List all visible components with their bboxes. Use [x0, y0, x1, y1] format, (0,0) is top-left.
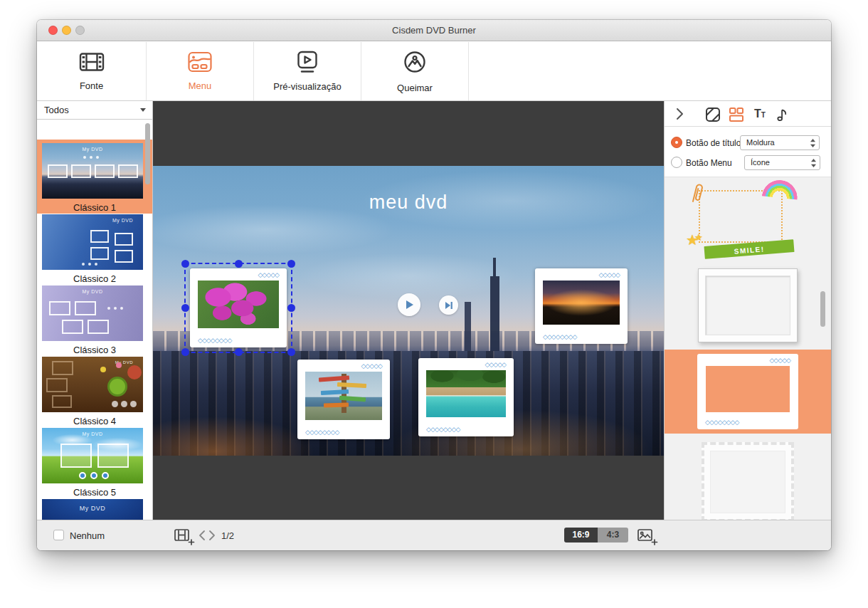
diamond-decor: ◇◇◇◇◇: [598, 271, 620, 279]
sidebar-scrollbar[interactable]: [145, 123, 150, 184]
next-button[interactable]: [439, 295, 458, 315]
music-tab[interactable]: [774, 106, 791, 123]
diamond-decor: ◇◇◇◇◇: [485, 360, 506, 369]
titlebar: Cisdem DVD Burner: [37, 20, 831, 41]
toolbar-item-menu[interactable]: Menu: [147, 42, 254, 100]
toolbar-label-queimar: Queimar: [397, 83, 433, 93]
toolbar-item-previsualizacao[interactable]: Pré-visualização: [254, 42, 361, 100]
bottom-bar: Nenhum 1/2 16:9 4:3: [37, 520, 831, 550]
toolbar-item-queimar[interactable]: Queimar: [361, 42, 469, 100]
collapse-panel-button[interactable]: [672, 107, 687, 121]
template-sidebar: Todos My DVD Clássi: [37, 101, 153, 520]
background-tab[interactable]: [704, 106, 721, 123]
toolbar-label-menu: Menu: [189, 80, 212, 91]
app-window: Cisdem DVD Burner Fonte Menu Pré-visua: [37, 20, 831, 550]
preview-play-icon: [295, 51, 320, 76]
diamond-decor: ◇◇◇◇◇◇◇◇: [426, 425, 460, 434]
previous-page-icon[interactable]: [198, 530, 206, 544]
menu-button-row: Botão Menu Ícone: [665, 154, 831, 172]
frame-style-list: ★★ SMILE! ◇◇◇◇◇ ◇◇◇◇◇◇◇◇: [665, 177, 831, 520]
template-item-classico-1[interactable]: My DVD Clássico 1: [37, 143, 152, 214]
nav-dots: [83, 156, 99, 159]
diamond-frame: ◇◇◇◇◇ ◇◇◇◇◇◇◇◇: [697, 354, 798, 429]
title-button-row: Botão de título Moldura: [665, 135, 831, 152]
video-thumb-beach: [426, 370, 506, 417]
resize-handle[interactable]: [287, 260, 295, 268]
diamond-decor: ◇◇◇◇◇: [769, 356, 790, 365]
stepper-icon: [810, 138, 816, 151]
toolbar-item-fonte[interactable]: Fonte: [37, 42, 147, 100]
none-label: Nenhum: [70, 530, 105, 541]
aspect-4-3-button[interactable]: 4:3: [598, 528, 628, 543]
template-thumbnail: My DVD: [42, 357, 143, 412]
menu-icon-select[interactable]: Ícone: [744, 155, 820, 170]
frame-style-diamond-selected[interactable]: ◇◇◇◇◇ ◇◇◇◇◇◇◇◇: [665, 350, 831, 434]
next-page-icon[interactable]: [208, 530, 216, 544]
template-item-partial[interactable]: My DVD: [37, 499, 152, 520]
selection-outline: [184, 263, 292, 353]
window-title: Cisdem DVD Burner: [37, 20, 831, 41]
template-item-classico-5[interactable]: My DVD Clássico 5: [37, 428, 152, 499]
menu-icon: [187, 51, 213, 75]
frame-tab-active[interactable]: [728, 106, 745, 123]
template-thumbnail: My DVD: [42, 499, 143, 520]
resize-handle[interactable]: [181, 348, 189, 356]
menu-preview-canvas: meu dvd ◇◇◇◇◇ ◇◇◇◇◇◇◇◇: [153, 101, 664, 520]
template-item-classico-3[interactable]: My DVD Clássico 3: [37, 285, 152, 357]
diamond-decor: ◇◇◇◇◇◇◇◇: [543, 332, 576, 341]
resize-handle[interactable]: [287, 348, 295, 356]
title-frame-value: Moldura: [746, 138, 775, 147]
white-frame: [698, 268, 798, 342]
page-indicator: 1/2: [221, 530, 234, 541]
diamond-decor: ◇◇◇◇◇: [361, 362, 382, 370]
template-thumbnail: My DVD: [42, 428, 143, 483]
frame-style-smile[interactable]: ★★ SMILE!: [665, 182, 831, 261]
menu-button-radio[interactable]: [671, 157, 682, 168]
add-background-image-icon[interactable]: [637, 528, 658, 549]
aspect-16-9-button[interactable]: 16:9: [564, 528, 598, 543]
resize-handle[interactable]: [235, 260, 243, 268]
frame-style-stamp[interactable]: [665, 441, 831, 520]
template-name: Clássico 4: [37, 416, 152, 426]
template-item-classico-2[interactable]: My DVD Clássico 2: [37, 214, 152, 285]
template-name: Clássico 1: [37, 202, 152, 213]
screen: Cisdem DVD Burner Fonte Menu Pré-visua: [0, 0, 868, 608]
resize-handle[interactable]: [181, 260, 189, 268]
toolbar-label-previsualizacao: Pré-visualização: [273, 81, 341, 92]
template-filter-dropdown[interactable]: Todos: [37, 101, 152, 120]
resize-handle[interactable]: [181, 304, 189, 312]
template-item-classico-4[interactable]: My DVD Clássico 4: [37, 357, 152, 428]
diamond-decor: ◇◇◇◇◇◇◇◇: [705, 418, 739, 426]
toolbar: Fonte Menu Pré-visualização Queimar: [37, 42, 831, 101]
video-thumb-frame[interactable]: ◇◇◇◇◇ ◇◇◇◇◇◇◇◇: [535, 268, 628, 344]
title-button-radio[interactable]: [671, 137, 682, 148]
none-checkbox[interactable]: [53, 530, 64, 540]
thumb-dvd-title: My DVD: [42, 147, 143, 152]
resize-handle[interactable]: [235, 348, 243, 356]
add-menu-page-icon[interactable]: [174, 528, 195, 549]
rainbow-icon: [762, 178, 799, 199]
video-thumb-frame[interactable]: ◇◇◇◇◇ ◇◇◇◇◇◇◇◇: [418, 358, 514, 436]
thumb-dvd-title: My DVD: [42, 218, 143, 223]
template-name: Clássico 2: [37, 273, 152, 284]
nav-dots: [107, 307, 123, 310]
menu-icon-value: Ícone: [751, 158, 770, 167]
dvd-menu-title[interactable]: meu dvd: [153, 192, 664, 214]
aspect-ratio-segment: 16:9 4:3: [564, 528, 628, 543]
smile-banner-text: SMILE!: [734, 245, 765, 255]
text-tab[interactable]: TT: [751, 106, 768, 123]
panel-scrollbar[interactable]: [820, 291, 825, 327]
title-frame-select[interactable]: Moldura: [740, 135, 820, 150]
smile-frame-border: [699, 190, 783, 243]
menu-button-label: Botão Menu: [686, 158, 732, 168]
play-button[interactable]: [398, 293, 420, 316]
filter-value: Todos: [44, 105, 69, 115]
resize-handle[interactable]: [287, 304, 295, 312]
frame-style-classic-white[interactable]: [665, 267, 831, 347]
thumb-dvd-title: My DVD: [42, 289, 143, 294]
video-thumb-frame[interactable]: ◇◇◇◇◇ ◇◇◇◇◇◇◇◇: [297, 360, 390, 439]
toolbar-label-fonte: Fonte: [80, 80, 103, 91]
video-thumb-frame-selected[interactable]: ◇◇◇◇◇ ◇◇◇◇◇◇◇◇: [190, 268, 287, 347]
near-skyline: [153, 351, 664, 456]
diamond-decor: ◇◇◇◇◇◇◇◇: [305, 428, 339, 436]
